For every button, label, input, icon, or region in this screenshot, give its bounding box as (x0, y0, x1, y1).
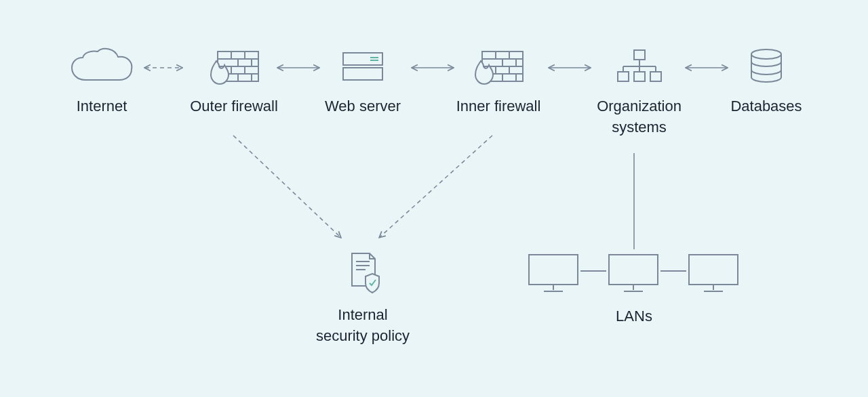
svg-rect-41 (529, 255, 578, 285)
label-databases: Databases (722, 96, 810, 117)
node-internal-security-policy: Internal security policy (292, 251, 434, 347)
network-icon (580, 47, 698, 85)
node-outer-firewall: Outer firewall (176, 47, 292, 117)
label-lans: LANs (522, 306, 746, 327)
node-organization-systems: Organization systems (580, 47, 698, 138)
firewall-icon (444, 47, 553, 85)
svg-rect-12 (343, 53, 382, 65)
database-icon (722, 47, 810, 85)
server-icon (312, 47, 414, 85)
svg-rect-45 (609, 255, 658, 285)
label-outer-firewall: Outer firewall (176, 96, 292, 117)
svg-rect-49 (689, 255, 738, 285)
label-internal-security-policy: Internal security policy (292, 305, 434, 347)
label-internet: Internet (54, 96, 149, 117)
arrow-outer-policy (233, 135, 340, 237)
node-inner-firewall: Inner firewall (444, 47, 553, 117)
svg-rect-36 (650, 72, 661, 81)
policy-icon (292, 251, 434, 294)
node-web-server: Web server (312, 47, 414, 117)
monitors-icon (522, 251, 746, 295)
svg-rect-28 (634, 50, 645, 60)
label-web-server: Web server (312, 96, 414, 117)
svg-rect-34 (618, 72, 629, 81)
node-internet: Internet (54, 47, 149, 117)
svg-point-37 (751, 49, 781, 59)
node-lans: LANs (522, 251, 746, 327)
svg-rect-13 (343, 68, 382, 80)
node-databases: Databases (722, 47, 810, 117)
label-organization-systems: Organization systems (580, 96, 698, 138)
svg-rect-35 (634, 72, 645, 81)
arrow-inner-policy (380, 135, 492, 237)
firewall-icon (176, 47, 292, 85)
label-inner-firewall: Inner firewall (444, 96, 553, 117)
cloud-icon (54, 47, 149, 85)
